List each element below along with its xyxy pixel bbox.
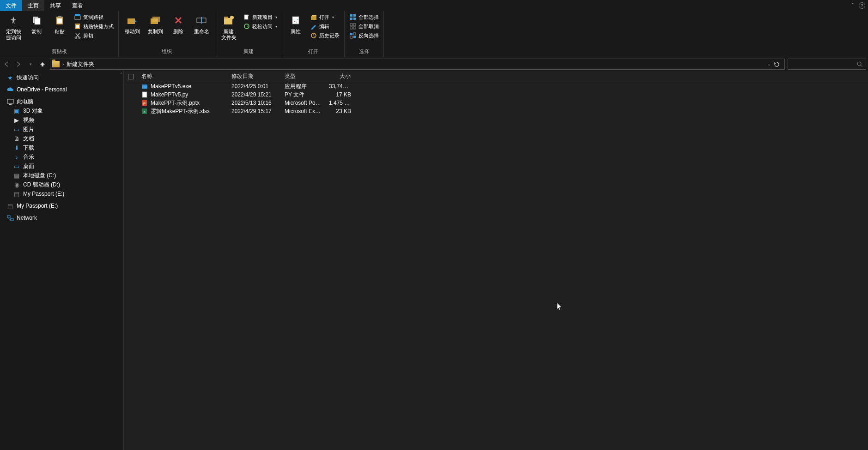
tab-view[interactable]: 查看	[67, 0, 89, 11]
file-name: MakePPT-示例.pptx	[151, 99, 200, 107]
pictures-icon: ▭	[13, 126, 20, 133]
sidebar-passport-root[interactable]: ▤ My Passport (E:)	[0, 201, 123, 210]
new-item-button[interactable]: 新建项目▾	[241, 13, 279, 21]
refresh-icon[interactable]	[774, 61, 780, 67]
svg-rect-11	[127, 18, 135, 24]
sidebar-item-drive-e[interactable]: ▤My Passport (E:)	[0, 189, 123, 198]
select-none-button[interactable]: 全部取消	[347, 22, 381, 30]
table-row[interactable]: MakePPTv5.py2022/4/29 15:21PY 文件17 KB	[124, 90, 868, 99]
delete-icon	[172, 14, 185, 27]
file-list-pane: 名称 修改日期 类型 大小 MakePPTv5.exe2022/4/25 0:0…	[124, 71, 868, 450]
tab-home[interactable]: 主页	[22, 0, 44, 11]
new-folder-button[interactable]: 新建 文件夹	[218, 12, 239, 41]
breadcrumb-current[interactable]: 新建文件夹	[67, 60, 94, 68]
select-none-icon	[349, 23, 357, 30]
sidebar-network[interactable]: Network	[0, 213, 123, 222]
tab-file[interactable]: 文件	[0, 0, 22, 11]
help-icon[interactable]: ?	[859, 2, 865, 9]
svg-rect-29	[353, 24, 356, 26]
ribbon-group-label-open: 打开	[285, 47, 341, 57]
nav-up-button[interactable]	[38, 60, 47, 69]
svg-text:X: X	[143, 110, 146, 114]
new-folder-icon	[222, 14, 235, 27]
file-date: 2022/5/13 10:16	[228, 100, 281, 106]
sidebar-item-videos[interactable]: ▶视频	[0, 115, 123, 125]
file-rows[interactable]: MakePPTv5.exe2022/4/25 0:01应用程序33,748 KB…	[124, 82, 868, 450]
svg-point-36	[857, 62, 861, 66]
music-icon: ♪	[13, 153, 20, 161]
svg-rect-8	[76, 25, 79, 28]
table-row[interactable]: X逻辑MakePPT-示例.xlsx2022/4/29 15:17Microso…	[124, 107, 868, 115]
invert-selection-button[interactable]: 反向选择	[347, 31, 381, 40]
sidebar-item-pictures[interactable]: ▭图片	[0, 125, 123, 134]
sidebar-item-music[interactable]: ♪音乐	[0, 152, 123, 162]
sidebar-quick-access[interactable]: ★ 快速访问	[0, 73, 123, 82]
svg-rect-1	[35, 18, 40, 24]
move-to-button[interactable]: 移动到	[121, 12, 143, 35]
column-header-date[interactable]: 修改日期	[228, 72, 281, 80]
downloads-icon: ⬇	[13, 144, 20, 151]
search-input[interactable]	[788, 59, 866, 70]
sidebar-item-drive-d[interactable]: ◉CD 驱动器 (D:)	[0, 180, 123, 189]
svg-rect-28	[350, 24, 352, 26]
file-date: 2022/4/29 15:17	[228, 108, 281, 114]
history-button[interactable]: 历史记录	[308, 31, 341, 40]
sidebar-item-3d-objects[interactable]: ▣3D 对象	[0, 106, 123, 115]
table-row[interactable]: MakePPTv5.exe2022/4/25 0:01应用程序33,748 KB	[124, 82, 868, 90]
tab-share[interactable]: 共享	[44, 0, 67, 11]
paste-shortcut-button[interactable]: 粘贴快捷方式	[72, 22, 115, 30]
edit-button[interactable]: 编辑	[308, 22, 341, 30]
properties-button[interactable]: 属性	[285, 12, 306, 35]
select-all-button[interactable]: 全部选择	[347, 13, 381, 21]
ribbon-collapse-icon[interactable]: ˄	[851, 2, 854, 9]
select-all-checkbox[interactable]	[124, 74, 138, 79]
open-button[interactable]: 打开▾	[308, 13, 341, 21]
sidebar-onedrive[interactable]: OneDrive - Personal	[0, 85, 123, 94]
table-row[interactable]: PMakePPT-示例.pptx2022/5/13 10:16Microsoft…	[124, 99, 868, 107]
nav-forward-button[interactable]	[14, 60, 23, 69]
address-dropdown-icon[interactable]: ⌄	[767, 62, 771, 66]
paste-button[interactable]: 粘贴	[49, 12, 70, 35]
copy-to-button[interactable]: 复制到	[145, 12, 166, 35]
nav-back-button[interactable]	[2, 60, 11, 69]
sidebar-this-pc[interactable]: 此电脑	[0, 97, 123, 106]
sidebar-scroll-up-icon[interactable]: ˄	[120, 72, 122, 77]
address-input[interactable]: › 新建文件夹 ⌄	[50, 59, 785, 70]
column-header-size[interactable]: 大小	[325, 72, 355, 80]
rename-icon	[195, 14, 208, 27]
cut-button[interactable]: 剪切	[72, 31, 115, 40]
invert-selection-icon	[349, 32, 357, 39]
cd-drive-icon: ◉	[13, 181, 20, 188]
copy-path-button[interactable]: 复制路径	[72, 13, 115, 21]
ribbon-group-new: 新建 文件夹 新建项目▾ 轻松访问▾ 新建	[215, 11, 282, 57]
file-size: 23 KB	[325, 108, 355, 114]
sidebar-item-documents[interactable]: 🗎文档	[0, 134, 123, 143]
objects-icon: ▣	[13, 107, 20, 114]
file-name: MakePPTv5.py	[151, 91, 188, 98]
column-header-type[interactable]: 类型	[281, 72, 325, 80]
svg-rect-43	[142, 92, 147, 97]
rename-button[interactable]: 重命名	[191, 12, 212, 35]
svg-rect-19	[244, 15, 248, 19]
sidebar-item-desktop[interactable]: ▭桌面	[0, 162, 123, 171]
delete-button[interactable]: 删除	[168, 12, 189, 35]
sidebar-item-downloads[interactable]: ⬇下载	[0, 143, 123, 152]
pin-icon	[7, 14, 20, 27]
folder-icon	[52, 61, 60, 67]
svg-rect-5	[75, 16, 80, 19]
column-headers: 名称 修改日期 类型 大小	[124, 71, 868, 82]
svg-rect-35	[353, 36, 356, 38]
svg-rect-21	[292, 17, 299, 24]
pin-quick-access-button[interactable]: 定到快 捷访问	[3, 12, 24, 41]
svg-rect-3	[58, 16, 61, 18]
column-header-name[interactable]: 名称	[138, 72, 228, 80]
file-type: PY 文件	[281, 91, 325, 99]
sidebar-item-drive-c[interactable]: ▤本地磁盘 (C:)	[0, 171, 123, 180]
navigation-pane[interactable]: ˄ ★ 快速访问 OneDrive - Personal 此电脑 ▣3D 对象 …	[0, 71, 124, 450]
nav-recent-dropdown[interactable]: ▾	[26, 60, 35, 69]
easy-access-button[interactable]: 轻松访问▾	[241, 22, 279, 30]
copy-button[interactable]: 复制	[26, 12, 47, 35]
svg-rect-4	[57, 18, 62, 24]
file-type-icon	[141, 91, 148, 98]
easy-access-icon	[243, 23, 250, 30]
